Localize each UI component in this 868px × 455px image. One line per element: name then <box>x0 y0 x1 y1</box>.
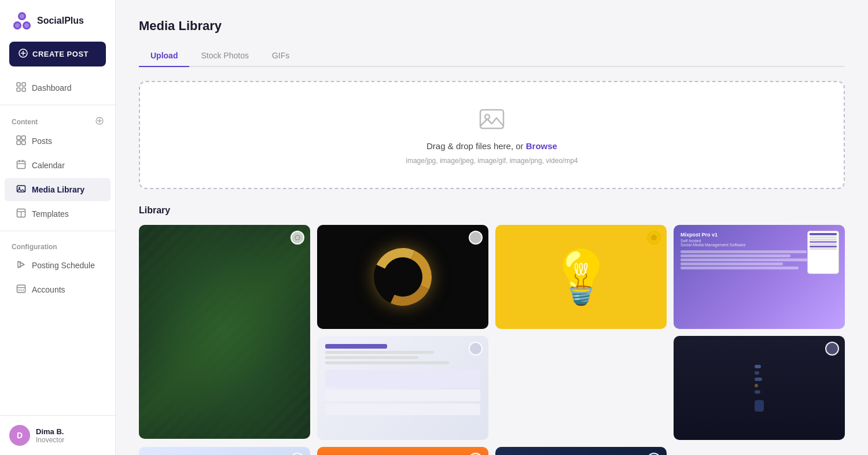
upload-formats: image/jpg, image/jpeg, image/gif, image/… <box>406 157 578 165</box>
calendar-label: Calendar <box>32 161 65 170</box>
media-library-label: Media Library <box>32 185 84 194</box>
sidebar-item-posting-schedule[interactable]: Posting Schedule <box>5 254 111 277</box>
templates-label: Templates <box>32 209 69 219</box>
media-item[interactable]: Mixpost Pro v1 Self-hostedSocial Media M… <box>674 225 845 329</box>
media-select-circle[interactable] <box>469 231 483 245</box>
schedule-icon <box>16 260 26 271</box>
user-info: Dima B. Inovector <box>36 427 64 444</box>
svg-point-25 <box>19 187 20 189</box>
main-content: Media Library Upload Stock Photos GIFs D… <box>116 0 868 455</box>
sidebar-divider-2 <box>0 231 115 231</box>
svg-point-5 <box>24 23 29 28</box>
media-select-circle[interactable] <box>469 342 483 356</box>
media-item[interactable] <box>139 447 310 455</box>
user-name: Dima B. <box>36 427 64 436</box>
upload-description: Drag & drop files here, or Browse <box>426 141 557 151</box>
svg-rect-9 <box>17 83 20 86</box>
user-org: Inovector <box>36 436 64 444</box>
media-item[interactable] <box>317 447 488 455</box>
svg-rect-18 <box>17 141 21 145</box>
add-content-icon[interactable] <box>95 117 104 127</box>
create-post-icon <box>19 49 28 60</box>
sidebar-item-calendar[interactable]: Calendar <box>5 154 111 177</box>
svg-rect-31 <box>17 285 25 293</box>
library-title: Library <box>139 205 845 216</box>
page-title: Media Library <box>139 19 845 34</box>
calendar-icon <box>16 160 26 171</box>
config-section-header: Configuration <box>0 236 115 253</box>
sidebar-item-media-library[interactable]: Media Library <box>5 178 111 201</box>
sidebar-item-dashboard[interactable]: Dashboard <box>5 76 111 99</box>
accounts-icon <box>16 284 26 295</box>
templates-icon <box>16 208 26 220</box>
media-item[interactable] <box>674 336 845 440</box>
posts-icon <box>16 135 26 147</box>
dashboard-icon <box>16 82 26 94</box>
media-item[interactable]: 💡 <box>495 225 667 329</box>
sidebar-item-accounts[interactable]: Accounts <box>5 278 111 301</box>
posting-schedule-label: Posting Schedule <box>32 261 95 270</box>
media-select-circle[interactable] <box>825 342 839 356</box>
sidebar-item-templates[interactable]: Templates <box>5 202 111 225</box>
svg-point-4 <box>15 23 20 28</box>
dashboard-label: Dashboard <box>32 83 72 93</box>
media-item[interactable] <box>139 225 310 439</box>
content-section-header: Content <box>0 110 115 129</box>
svg-rect-17 <box>22 136 26 140</box>
avatar: D <box>9 425 30 446</box>
media-item[interactable] <box>317 225 488 329</box>
svg-rect-36 <box>480 110 503 128</box>
svg-point-38 <box>295 235 300 240</box>
app-name: SocialPlus <box>37 16 84 26</box>
sidebar-item-posts[interactable]: Posts <box>5 130 111 153</box>
create-post-label: CREATE POST <box>32 50 89 58</box>
user-profile[interactable]: D Dima B. Inovector <box>0 415 115 455</box>
sidebar: SocialPlus CREATE POST Dashboard Content <box>0 0 116 455</box>
media-select-circle[interactable] <box>290 231 304 245</box>
svg-point-3 <box>20 14 24 19</box>
posts-label: Posts <box>32 136 52 146</box>
svg-rect-16 <box>17 136 21 140</box>
accounts-label: Accounts <box>32 285 65 294</box>
tab-upload[interactable]: Upload <box>139 45 189 67</box>
logo-icon <box>12 10 32 31</box>
media-select-circle[interactable] <box>647 231 661 245</box>
browse-link[interactable]: Browse <box>526 141 557 151</box>
tab-bar: Upload Stock Photos GIFs <box>139 45 845 67</box>
media-item[interactable] <box>495 447 667 455</box>
create-post-button[interactable]: CREATE POST <box>9 42 106 66</box>
svg-rect-12 <box>22 88 25 91</box>
svg-rect-10 <box>22 83 25 86</box>
upload-dropzone[interactable]: Drag & drop files here, or Browse image/… <box>139 81 845 189</box>
svg-rect-11 <box>17 88 20 91</box>
sidebar-divider-1 <box>0 105 115 105</box>
svg-rect-20 <box>17 161 25 169</box>
media-grid: 💡 Mixpost Pro v1 Self-hostedSocial Media… <box>139 225 845 455</box>
logo: SocialPlus <box>0 0 115 42</box>
mobile-mockup <box>807 231 839 274</box>
tab-gifs[interactable]: GIFs <box>260 45 301 67</box>
tab-stock-photos[interactable]: Stock Photos <box>189 45 260 67</box>
upload-image-icon <box>478 105 506 135</box>
media-library-icon <box>16 184 26 195</box>
svg-marker-29 <box>18 261 24 268</box>
svg-rect-19 <box>22 141 26 145</box>
media-item[interactable] <box>317 336 488 440</box>
